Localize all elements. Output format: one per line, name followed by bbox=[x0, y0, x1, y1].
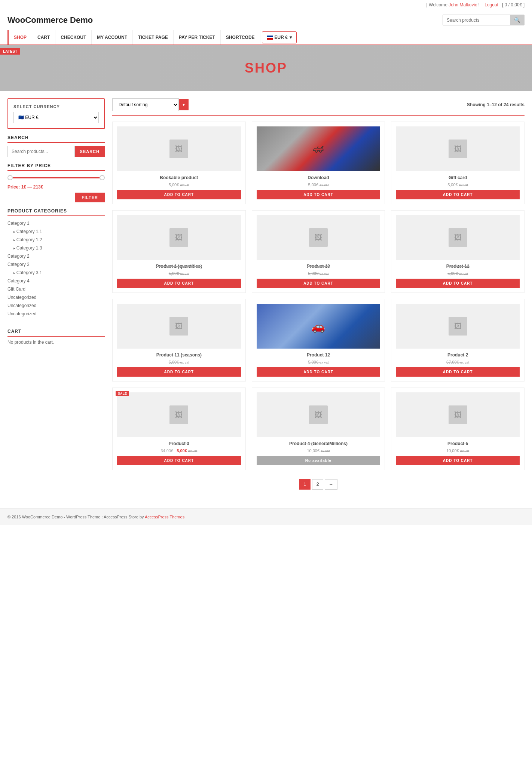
header-search-box: 🔍 bbox=[443, 15, 525, 25]
product-name: Product 11 bbox=[396, 264, 520, 269]
currency-select-box: SELECT CURRENCY 🇪🇺 EUR € bbox=[7, 98, 105, 129]
filter-label: FILTER BY PRICE bbox=[7, 163, 105, 171]
add-to-cart-button[interactable]: ADD TO CART bbox=[257, 367, 380, 377]
add-to-cart-button[interactable]: ADD TO CART bbox=[117, 456, 241, 465]
nav-my-account[interactable]: MY ACCOUNT bbox=[92, 30, 133, 45]
product-price: 5,00€ ex vat bbox=[396, 183, 520, 187]
category-list: Category 1 Category 1.1 Category 1.2 Cat… bbox=[7, 219, 105, 318]
add-to-cart-button[interactable]: ADD TO CART bbox=[117, 367, 241, 377]
nav-pay-per-ticket[interactable]: PAY PER TICKET bbox=[174, 30, 221, 45]
product-price: 5,00€ ex vat bbox=[396, 271, 520, 276]
product-name: Gift card bbox=[396, 175, 520, 180]
product-name: Product 10 bbox=[257, 264, 380, 269]
product-name: Product 12 bbox=[257, 352, 380, 358]
currency-select-label: SELECT CURRENCY bbox=[13, 104, 99, 109]
image-placeholder-icon: 🖼 bbox=[169, 317, 188, 336]
nav-checkout[interactable]: CHECKOUT bbox=[55, 30, 92, 45]
category-item[interactable]: Uncategorized bbox=[7, 293, 105, 301]
product-price: 5,00€ ex vat bbox=[117, 183, 241, 187]
product-card: 🖼 Gift card 5,00€ ex vat ADD TO CART bbox=[391, 122, 525, 204]
page-2-button[interactable]: 2 bbox=[312, 479, 323, 490]
dropdown-arrow-icon[interactable]: ▾ bbox=[179, 99, 189, 110]
nav-ticket-page[interactable]: TICKET PAGE bbox=[133, 30, 174, 45]
sort-select[interactable]: Default sorting Sort by popularity Sort … bbox=[112, 98, 179, 111]
product-price: 10,00€ ex vat bbox=[257, 448, 380, 453]
slider-handle-right[interactable] bbox=[100, 175, 105, 180]
add-to-cart-button[interactable]: ADD TO CART bbox=[396, 279, 520, 288]
add-to-cart-button[interactable]: ADD TO CART bbox=[257, 190, 380, 199]
shop-toolbar: Default sorting Sort by popularity Sort … bbox=[112, 98, 525, 116]
header-search-input[interactable] bbox=[443, 15, 510, 25]
category-item[interactable]: Category 1.1 bbox=[7, 227, 105, 236]
latest-badge: LATEST bbox=[0, 48, 20, 55]
image-placeholder-icon: 🖼 bbox=[169, 228, 188, 247]
slider-handle-left[interactable] bbox=[7, 175, 13, 180]
category-item[interactable]: Category 4 bbox=[7, 277, 105, 285]
footer: © 2016 WooCommerce Demo - WordPress Them… bbox=[0, 508, 532, 525]
category-item[interactable]: Gift Card bbox=[7, 285, 105, 293]
category-item[interactable]: Category 3 bbox=[7, 260, 105, 269]
product-image: 🖼 bbox=[396, 215, 520, 260]
add-to-cart-button[interactable]: ADD TO CART bbox=[117, 279, 241, 288]
add-to-cart-button[interactable]: ADD TO CART bbox=[396, 456, 520, 465]
product-name: Product 2 bbox=[396, 352, 520, 358]
image-placeholder-icon: 🖼 bbox=[169, 140, 188, 158]
category-item[interactable]: Category 3.1 bbox=[7, 269, 105, 277]
product-image: 🏎 bbox=[257, 126, 380, 171]
product-grid: 🖼 Bookable product 5,00€ ex vat ADD TO C… bbox=[112, 122, 525, 470]
currency-select[interactable]: 🇪🇺 EUR € bbox=[13, 112, 99, 123]
shop-banner: LATEST SHOP bbox=[0, 45, 532, 91]
product-image: 🖼 bbox=[257, 215, 380, 260]
footer-text: © 2016 WooCommerce Demo - WordPress Them… bbox=[7, 515, 145, 519]
nav-shortcode[interactable]: SHORTCODE bbox=[221, 30, 260, 45]
nav-cart[interactable]: CART bbox=[32, 30, 55, 45]
category-item[interactable]: Category 1.3 bbox=[7, 244, 105, 252]
price-slider[interactable] bbox=[7, 174, 105, 181]
unavailable-button[interactable]: No available bbox=[257, 456, 380, 465]
flag-icon bbox=[267, 36, 273, 40]
category-item[interactable]: Uncategorized bbox=[7, 310, 105, 318]
price-new: 5,00€ bbox=[177, 448, 187, 453]
category-item[interactable]: Category 1 bbox=[7, 219, 105, 227]
product-card: 🖼 Product 5 10,00€ ex vat ADD TO CART bbox=[391, 388, 525, 470]
product-price: 5,00€ ex vat bbox=[117, 271, 241, 276]
image-placeholder-icon: 🖼 bbox=[449, 140, 467, 158]
sale-badge: SALE bbox=[116, 391, 129, 396]
product-image: 🖼 bbox=[396, 392, 520, 437]
product-photo: 🚗 bbox=[257, 304, 380, 349]
product-card: 🖼 Product 4 (GeneralMillions) 10,00€ ex … bbox=[252, 388, 385, 470]
sort-dropdown: Default sorting Sort by popularity Sort … bbox=[112, 98, 189, 111]
add-to-cart-button[interactable]: ADD TO CART bbox=[396, 190, 520, 199]
product-photo: 🏎 bbox=[257, 126, 380, 171]
welcome-text: | Welcome bbox=[426, 2, 449, 7]
product-card: 🖼 Product 1 (quantities) 5,00€ ex vat AD… bbox=[112, 210, 246, 293]
nav-shop[interactable]: SHOP bbox=[7, 30, 32, 45]
add-to-cart-button[interactable]: ADD TO CART bbox=[257, 279, 380, 288]
search-widget-section: SEARCH SEARCH bbox=[7, 135, 105, 157]
image-placeholder-icon: 🖼 bbox=[449, 228, 467, 247]
product-price: 5,00€ ex vat bbox=[257, 271, 380, 276]
product-price: 5,00€ ex vat bbox=[257, 183, 380, 187]
filter-button[interactable]: FILTER bbox=[75, 193, 105, 202]
add-to-cart-button[interactable]: ADD TO CART bbox=[396, 367, 520, 377]
category-item[interactable]: Uncategorized bbox=[7, 301, 105, 310]
site-title: WooCommerce Demo bbox=[7, 15, 93, 25]
page-1-button[interactable]: 1 bbox=[299, 479, 311, 490]
sidebar-search-input[interactable] bbox=[7, 146, 75, 157]
product-price: 10,00€ ex vat bbox=[396, 448, 520, 453]
product-name: Product 11 (seasons) bbox=[117, 352, 241, 358]
sidebar-search-button[interactable]: SEARCH bbox=[75, 146, 105, 157]
currency-button[interactable]: EUR € ▾ bbox=[262, 31, 297, 43]
product-image: 🖼 bbox=[257, 392, 380, 437]
product-name: Product 1 (quantities) bbox=[117, 264, 241, 269]
add-to-cart-button[interactable]: ADD TO CART bbox=[117, 190, 241, 199]
category-item[interactable]: Category 1.2 bbox=[7, 236, 105, 244]
footer-link[interactable]: AccessPress Themes bbox=[145, 515, 184, 519]
username-link[interactable]: John Malkovic bbox=[449, 2, 477, 7]
header-search-button[interactable]: 🔍 bbox=[510, 15, 524, 25]
product-name: Bookable product bbox=[117, 175, 241, 180]
header: WooCommerce Demo 🔍 bbox=[0, 10, 532, 30]
logout-link[interactable]: Logout bbox=[484, 2, 498, 7]
page-next-button[interactable]: → bbox=[325, 479, 337, 490]
category-item[interactable]: Category 2 bbox=[7, 252, 105, 260]
